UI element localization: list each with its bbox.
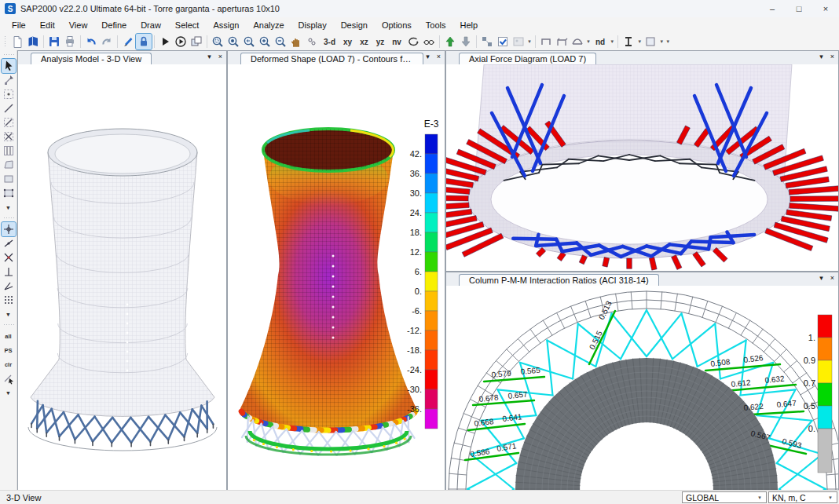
snap-joints-tool[interactable] — [2, 222, 16, 236]
zoom-in-icon[interactable] — [257, 34, 273, 49]
lock-model-icon[interactable] — [136, 34, 152, 49]
move-down-in-list-icon[interactable] — [458, 34, 474, 49]
draw-frame-tool[interactable] — [2, 101, 16, 115]
menu-tools[interactable]: Tools — [419, 19, 453, 31]
nd-button[interactable]: nd — [592, 35, 609, 49]
save-icon[interactable] — [46, 34, 62, 49]
display-options-icon[interactable] — [511, 34, 526, 49]
print-icon[interactable] — [62, 34, 78, 49]
menu-draw[interactable]: Draw — [134, 19, 168, 31]
snap-intersections-tool[interactable] — [2, 250, 16, 265]
restore-full-view-icon[interactable] — [225, 34, 241, 49]
analysis-tab[interactable]: Analysis Model - 3-D View — [31, 53, 152, 64]
deformed-tab[interactable]: Deformed Shape (LOAD 7) - Contours for A… — [240, 53, 423, 64]
deformed-view-canvas[interactable]: E-3 42. 36. 30. 24. 18. — [228, 64, 445, 490]
close-button[interactable]: × — [812, 0, 839, 17]
bridge-wizard-dropdown[interactable]: ▾ — [585, 38, 592, 45]
draw-quick-frame-tool[interactable] — [2, 115, 16, 130]
draw-poly-area-tool[interactable] — [2, 158, 16, 172]
maximize-button[interactable]: □ — [786, 0, 812, 17]
view-xy-button[interactable]: xy — [339, 35, 356, 49]
analysis-tab-close[interactable]: × — [218, 53, 222, 60]
previous-selection-button[interactable]: PS — [2, 343, 16, 357]
pmm-ratio-label: 0.647 — [776, 399, 797, 409]
display-options-dropdown[interactable]: ▾ — [526, 38, 533, 45]
snap-lines-tool[interactable] — [2, 279, 16, 293]
menu-help[interactable]: Help — [453, 19, 485, 31]
rubber-band-zoom-icon[interactable] — [210, 34, 225, 49]
menu-define[interactable]: Define — [94, 19, 134, 31]
undo-icon[interactable] — [83, 34, 99, 49]
area-section-icon[interactable] — [643, 34, 658, 49]
menu-select[interactable]: Select — [168, 19, 207, 31]
pan-icon[interactable] — [288, 34, 304, 49]
draw-secondary-beams-tool[interactable] — [2, 144, 16, 158]
snap-perpendicular-tool[interactable] — [2, 265, 16, 279]
run-all-icon[interactable] — [173, 34, 189, 49]
menu-assign[interactable]: Assign — [206, 19, 246, 31]
clear-selection-button[interactable]: clr — [2, 357, 16, 371]
show-selection-only-icon[interactable] — [495, 34, 511, 49]
draw-braces-tool[interactable] — [2, 130, 16, 144]
select-more-dropdown[interactable]: ▾ — [2, 385, 16, 400]
redo-icon[interactable] — [99, 34, 115, 49]
nd-dropdown[interactable]: ▾ — [609, 38, 615, 45]
deformed-tab-close[interactable]: × — [437, 53, 441, 60]
axial-tab-close[interactable]: × — [830, 53, 834, 60]
area-section-dropdown[interactable]: ▾ — [658, 38, 665, 45]
run-analysis-icon[interactable] — [157, 34, 173, 49]
section-designer-dropdown[interactable]: ▾ — [636, 38, 643, 45]
shrink-objects-icon[interactable] — [479, 34, 495, 49]
menu-display[interactable]: Display — [291, 19, 334, 31]
pmm-tab-close[interactable]: × — [830, 274, 834, 282]
draw-rect-area-tool[interactable] — [2, 172, 16, 186]
axial-tab-dropdown[interactable]: ▾ — [819, 53, 823, 60]
view-3d-button[interactable]: 3-d — [320, 35, 339, 49]
pmm-view-canvas[interactable]: 0.515 0.513 0.579 0.565 0.678 0.657 0.66… — [446, 286, 838, 490]
view-xz-button[interactable]: xz — [356, 35, 372, 49]
new-model-icon[interactable] — [9, 34, 25, 49]
menu-edit[interactable]: Edit — [33, 19, 62, 31]
draw-quick-area-tool[interactable] — [2, 186, 16, 200]
analysis-view-canvas[interactable] — [18, 64, 226, 490]
view-nv-button[interactable]: nv — [388, 35, 405, 49]
menu-view[interactable]: View — [62, 19, 95, 31]
open-model-icon[interactable] — [25, 34, 41, 49]
rotate-view-icon[interactable] — [405, 34, 421, 49]
reshape-tool[interactable] — [2, 73, 16, 87]
snap-midpoints-tool[interactable] — [2, 236, 16, 250]
snap-grid-tool[interactable] — [2, 293, 16, 307]
view-yz-button[interactable]: yz — [372, 35, 389, 49]
menu-file[interactable]: File — [5, 19, 33, 31]
pmm-tab[interactable]: Column P-M-M Interaction Ratios (ACI 318… — [459, 274, 659, 286]
zoom-out-icon[interactable] — [273, 34, 288, 49]
menu-analyze[interactable]: Analyze — [246, 19, 291, 31]
previous-zoom-icon[interactable] — [241, 34, 257, 49]
deselect-line-tool[interactable] — [2, 371, 16, 385]
show-tables-icon[interactable] — [189, 34, 204, 49]
coord-system-dropdown[interactable]: GLOBAL▾ — [682, 491, 767, 503]
menu-options[interactable]: Options — [375, 19, 419, 31]
axial-tab[interactable]: Axial Force Diagram (LOAD 7) — [459, 53, 596, 64]
deformed-tab-dropdown[interactable]: ▾ — [426, 53, 430, 60]
units-dropdown[interactable]: KN, m, C▾ — [768, 491, 837, 503]
move-up-in-list-icon[interactable] — [442, 34, 458, 49]
analysis-tab-dropdown[interactable]: ▾ — [207, 53, 211, 60]
pointer-tool[interactable] — [2, 59, 16, 73]
axial-view-canvas[interactable] — [446, 64, 838, 271]
draw-joint-tool[interactable] — [2, 87, 16, 101]
bridge-wizard-icon[interactable] — [570, 34, 585, 49]
select-all-button[interactable]: all — [2, 329, 16, 343]
menu-design[interactable]: Design — [334, 19, 375, 31]
minimize-button[interactable]: – — [759, 0, 786, 17]
frame-hinge-icon[interactable] — [554, 34, 570, 49]
frame-section-icon[interactable] — [538, 34, 554, 49]
draw-more-dropdown[interactable]: ▾ — [2, 200, 16, 214]
pmm-tab-dropdown[interactable]: ▾ — [819, 274, 823, 282]
section-designer-icon[interactable] — [621, 34, 636, 49]
snap-more-dropdown[interactable]: ▾ — [2, 307, 16, 321]
draw-pencil-icon[interactable] — [120, 34, 136, 49]
perspective-toggle-icon[interactable] — [421, 34, 437, 49]
named-views-icon[interactable] — [304, 34, 320, 49]
more-tools-dropdown[interactable]: ▾ — [665, 38, 671, 45]
